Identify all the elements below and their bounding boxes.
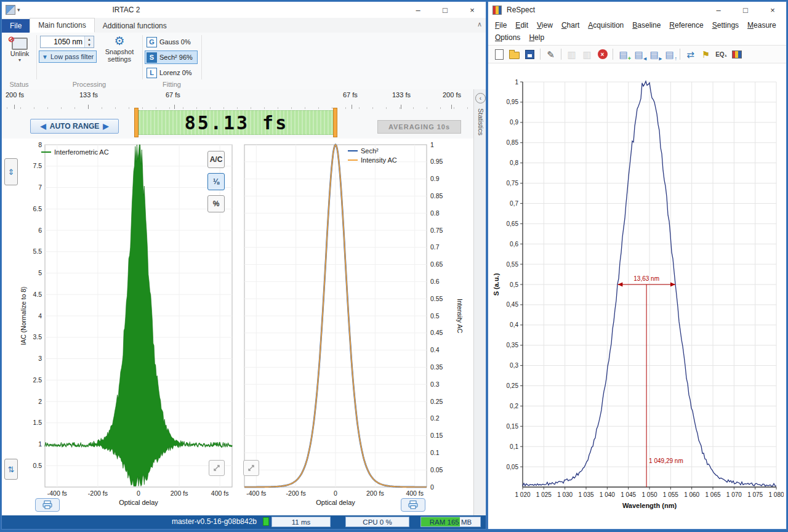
close-button[interactable]: × xyxy=(459,2,486,18)
svg-text:6.5: 6.5 xyxy=(33,205,42,212)
gear-icon: ⚙ xyxy=(114,34,124,48)
low-pass-filter-button[interactable]: ▼ Low pass filter xyxy=(39,50,97,63)
respect-menubar-row2: OptionsHelp xyxy=(488,31,786,44)
fitting-sech-button[interactable]: SSech² 96% xyxy=(145,50,198,64)
menu-baseline[interactable]: Baseline xyxy=(628,20,665,31)
menu-edit[interactable]: Edit xyxy=(511,20,533,31)
svg-text:0,65: 0,65 xyxy=(507,220,519,227)
new-spectrum-button[interactable] xyxy=(492,47,506,62)
axis-lock-button[interactable]: ⇅ xyxy=(4,459,18,480)
respect-app-icon xyxy=(492,6,502,15)
snapshot-settings-label: Snapshot settings xyxy=(100,48,139,63)
svg-text:0.3: 0.3 xyxy=(430,381,440,388)
svg-text:0.25: 0.25 xyxy=(430,398,443,405)
expand-ac-chart-button[interactable] xyxy=(243,460,259,476)
fwhm-label: 13,63 nm xyxy=(633,275,659,282)
averaging-button[interactable]: AVERAGING 10s xyxy=(377,120,461,134)
expand-iac-chart-button[interactable] xyxy=(209,460,225,476)
save-file-button[interactable] xyxy=(523,47,537,62)
open-file-button[interactable] xyxy=(507,47,521,62)
toolbar-separator xyxy=(540,49,541,60)
unlink-dropdown-icon[interactable]: ▾ xyxy=(18,57,21,63)
one-eighth-scale-button[interactable]: ⅛ xyxy=(207,173,225,190)
measure-width-button[interactable]: ⇄ xyxy=(683,47,698,62)
ruler-label: 200 fs xyxy=(443,91,461,99)
add-trace-button[interactable]: ▤+ xyxy=(616,47,630,62)
badge-icon: ▸ xyxy=(659,55,662,62)
stop-acquisition-icon: × xyxy=(598,49,608,59)
edit-style-button[interactable]: ✎ xyxy=(544,47,558,62)
tab-main-functions[interactable]: Main functions xyxy=(30,18,94,33)
print-ac-chart-button[interactable] xyxy=(401,498,425,512)
printer-icon xyxy=(42,501,52,509)
menu-view[interactable]: View xyxy=(533,20,557,31)
interferometric-ac-chart-container: 87.576.565.554.543.532.521.510.5-400 fs-… xyxy=(19,140,236,509)
ruler-major-tick xyxy=(451,105,452,109)
menu-acquisition[interactable]: Acquisition xyxy=(584,20,628,31)
menu-help[interactable]: Help xyxy=(525,32,549,43)
range-marker-left[interactable] xyxy=(134,108,139,137)
svg-text:0.5: 0.5 xyxy=(33,462,42,469)
export-trace-button[interactable]: ▤↑ xyxy=(662,47,677,62)
respect-menubar-row1: FileEditViewChartAcquisitionBaselineRefe… xyxy=(488,19,786,31)
minimize-button[interactable]: – xyxy=(404,2,432,18)
menu-reference[interactable]: Reference xyxy=(665,20,707,31)
unlink-button[interactable]: ⊘ Unlink ▾ xyxy=(4,34,35,76)
menu-settings[interactable]: Settings xyxy=(708,20,743,31)
minimize-button[interactable]: – xyxy=(705,2,732,18)
axis-scale-button[interactable]: ⇕ xyxy=(4,158,18,185)
auto-range-button[interactable]: ◀ AUTO RANGE ▶ xyxy=(30,119,119,134)
svg-text:0.35: 0.35 xyxy=(430,363,443,371)
interferometric-ac-chart: 87.576.565.554.543.532.521.510.5-400 fs-… xyxy=(19,140,236,509)
maximize-button[interactable]: □ xyxy=(732,2,759,18)
quick-access-caret-icon[interactable]: ▾ xyxy=(17,7,20,13)
menu-options[interactable]: Options xyxy=(491,32,525,43)
percent-scale-button[interactable]: % xyxy=(207,195,225,212)
svg-text:0.8: 0.8 xyxy=(430,209,440,217)
previous-trace-button[interactable]: ▤◂ xyxy=(632,47,646,62)
fitting-lorenz-button[interactable]: LLorenz 0% xyxy=(145,66,198,79)
menu-chart[interactable]: Chart xyxy=(557,20,584,31)
wavelength-value[interactable]: 1050 nm xyxy=(41,38,84,46)
fitting-button-group: GGauss 0%SSech² 96%LLorenz 0% xyxy=(145,35,198,79)
statistics-tab-label[interactable]: Statistics xyxy=(477,108,484,135)
snapshot-settings-button[interactable]: ⚙ Snapshot settings xyxy=(100,34,139,78)
low-pass-filter-label: Low pass filter xyxy=(50,53,94,60)
menu-file[interactable]: File xyxy=(491,20,511,31)
version-label: master-v0.5-16-g08b842b xyxy=(150,517,279,526)
iac-legend: Interferometric AC xyxy=(41,148,109,156)
fit-label: Sech² 96% xyxy=(159,54,193,61)
open-file-icon xyxy=(509,52,520,59)
next-trace-button[interactable]: ▤▸ xyxy=(647,47,661,62)
center-wavelength-label: 1 049,29 nm xyxy=(649,457,683,464)
svg-text:4.5: 4.5 xyxy=(33,291,42,298)
maximize-button[interactable]: □ xyxy=(432,2,459,18)
print-iac-chart-button[interactable] xyxy=(35,498,60,512)
range-marker-right[interactable] xyxy=(333,108,337,137)
spinner-up-icon[interactable]: ▲ xyxy=(85,36,94,42)
statistics-expand-icon[interactable]: ‹ xyxy=(475,93,486,103)
close-button[interactable]: × xyxy=(759,2,786,18)
trace-list-button[interactable] xyxy=(730,47,744,62)
tab-file[interactable]: File xyxy=(2,19,30,33)
fitting-gauss-button[interactable]: GGauss 0% xyxy=(145,35,198,49)
wavelength-spinner[interactable]: 1050 nm ▲ ▼ xyxy=(40,36,94,48)
svg-text:0.05: 0.05 xyxy=(430,466,443,474)
respect-window: ReSpect – □ × FileEditViewChartAcquisiti… xyxy=(488,1,787,530)
statistics-panel-collapsed: ‹ Statistics xyxy=(473,89,486,515)
tab-additional-functions[interactable]: Additional functions xyxy=(95,19,175,33)
svg-text:200 fs: 200 fs xyxy=(366,490,384,497)
svg-text:0,15: 0,15 xyxy=(507,423,519,430)
ac-normalize-button[interactable]: A/C xyxy=(207,151,225,168)
charts-area: ⇕ ⇅ 87.576.565.554.543.532.521.510.5-400… xyxy=(2,139,473,515)
marker-button[interactable]: ⚑ xyxy=(699,47,713,62)
equalizer-button[interactable]: EQ₁ xyxy=(714,47,728,62)
ribbon-collapse-icon[interactable]: ∧ xyxy=(477,20,482,28)
menu-measure[interactable]: Measure xyxy=(743,20,781,31)
irtac-titlebar: ▾ IRTAC 2 – □ × xyxy=(2,2,486,18)
svg-text:2.5: 2.5 xyxy=(33,376,42,384)
svg-text:0,95: 0,95 xyxy=(507,99,519,105)
svg-text:0.2: 0.2 xyxy=(430,414,440,422)
stop-acquisition-button[interactable]: × xyxy=(595,47,609,62)
spinner-down-icon[interactable]: ▼ xyxy=(85,42,94,47)
